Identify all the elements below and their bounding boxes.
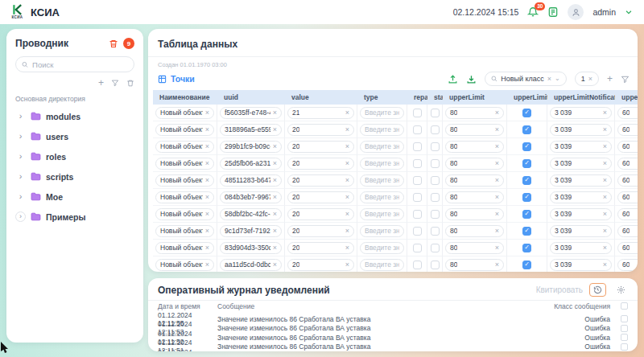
clear-class-filter-icon[interactable]: × (547, 76, 551, 83)
clear-icon[interactable]: × (205, 244, 209, 252)
log-settings-button[interactable] (613, 283, 630, 297)
notification-id-input[interactable]: 3 039× (550, 124, 612, 136)
upper-limit-input[interactable]: 80× (445, 141, 504, 153)
import-button[interactable] (448, 74, 458, 84)
clear-icon[interactable]: × (205, 261, 209, 269)
upper-warning-input[interactable]: 60 (617, 158, 638, 170)
upper-limit-enabled-checkbox[interactable]: ✓ (522, 159, 531, 168)
log-row-checkbox[interactable] (621, 343, 628, 351)
type-input[interactable]: Введите значение (360, 158, 404, 170)
type-input[interactable]: Введите значение (360, 107, 404, 119)
uuid-input[interactable]: 58dbf2bc-42fc-44× (220, 208, 282, 220)
upper-limit-input[interactable]: 80× (445, 208, 504, 220)
repair-checkbox[interactable] (413, 176, 422, 185)
type-input[interactable]: Введите значение (360, 141, 404, 153)
repair-checkbox[interactable] (413, 244, 422, 252)
uuid-input[interactable]: 83d904d3-350c-4× (220, 242, 282, 254)
sidebar-item-users[interactable]: ›users (15, 126, 134, 146)
clear-icon[interactable]: × (345, 244, 349, 252)
clear-icon[interactable]: × (345, 261, 349, 269)
repair-checkbox[interactable] (413, 227, 422, 236)
clear-icon[interactable]: × (273, 143, 277, 150)
state-checkbox[interactable] (431, 109, 440, 117)
state-checkbox[interactable] (431, 159, 440, 168)
name-input[interactable]: Новый объект× (155, 158, 214, 170)
name-input[interactable]: Новый объект× (155, 242, 214, 254)
clear-icon[interactable]: × (273, 109, 277, 117)
upper-limit-input[interactable]: 80× (445, 259, 504, 271)
repair-checkbox[interactable] (413, 125, 422, 134)
clear-icon[interactable]: × (345, 126, 349, 133)
notification-id-input[interactable]: 3 039× (550, 225, 612, 237)
upper-limit-input[interactable]: 80× (445, 124, 504, 136)
history-button[interactable] (589, 283, 606, 297)
state-checkbox[interactable] (431, 193, 440, 202)
value-input[interactable]: 20× (287, 158, 354, 170)
clear-icon[interactable]: × (603, 143, 607, 150)
value-input[interactable]: 20× (287, 141, 354, 153)
tab-points[interactable]: Точки (158, 74, 195, 84)
name-input[interactable]: Новый объект× (155, 259, 214, 271)
upper-limit-enabled-checkbox[interactable]: ✓ (522, 210, 531, 219)
sidebar-item-Примеры[interactable]: ›Примеры (15, 207, 134, 227)
clear-icon[interactable]: × (495, 228, 499, 235)
upper-limit-enabled-checkbox[interactable]: ✓ (522, 125, 531, 134)
name-input[interactable]: Новый объект× (155, 225, 214, 237)
name-input[interactable]: Новый объект× (155, 107, 214, 119)
upper-limit-enabled-checkbox[interactable]: ✓ (522, 109, 531, 117)
value-input[interactable]: 20× (287, 124, 354, 136)
uuid-input[interactable]: 299b1fc9-b09c-40× (220, 141, 282, 153)
clear-icon[interactable]: × (205, 160, 209, 167)
clear-icon[interactable]: × (603, 194, 607, 201)
sidebar-item-Мое[interactable]: ›Мое (15, 187, 134, 207)
clear-icon[interactable]: × (603, 211, 607, 218)
clear-icon[interactable]: × (205, 177, 209, 184)
clear-icon[interactable]: × (603, 126, 607, 133)
upper-limit-input[interactable]: 80× (445, 107, 504, 119)
type-input[interactable]: Введите значение (360, 208, 404, 220)
upper-limit-input[interactable]: 80× (445, 191, 504, 203)
sidebar-item-scripts[interactable]: ›scripts (15, 166, 134, 187)
log-row-checkbox[interactable] (621, 325, 628, 332)
name-input[interactable]: Новый объект× (155, 124, 214, 136)
repair-checkbox[interactable] (413, 261, 422, 269)
sidebar-item-modules[interactable]: ›modules (15, 106, 134, 126)
clear-page-icon[interactable]: × (588, 76, 592, 83)
export-button[interactable] (466, 74, 477, 84)
clear-icon[interactable]: × (495, 211, 499, 218)
filter-tree-button[interactable] (111, 78, 119, 88)
state-checkbox[interactable] (431, 125, 440, 134)
clear-icon[interactable]: × (345, 160, 349, 167)
clear-icon[interactable]: × (273, 211, 277, 218)
clear-icon[interactable]: × (345, 194, 349, 201)
uuid-input[interactable]: 48511283-b647-47× (220, 174, 282, 187)
clear-icon[interactable]: × (273, 261, 277, 269)
upper-limit-input[interactable]: 80× (445, 225, 504, 237)
value-input[interactable]: 20× (287, 225, 354, 237)
name-input[interactable]: Новый объект× (155, 141, 214, 153)
clear-icon[interactable]: × (345, 143, 349, 150)
upper-warning-input[interactable]: 60 (617, 107, 638, 119)
log-row[interactable]: 01.12.2024 12:11:55Значение изменилось 8… (158, 311, 628, 321)
repair-checkbox[interactable] (413, 159, 422, 168)
value-input[interactable]: 20× (287, 259, 354, 271)
repair-checkbox[interactable] (413, 109, 422, 117)
upper-limit-input[interactable]: 80× (445, 158, 504, 170)
value-input[interactable]: 20× (287, 242, 354, 254)
uuid-input[interactable]: 25d5fb06-a231-43× (220, 158, 282, 170)
type-input[interactable]: Введите значение (360, 174, 404, 187)
value-input[interactable]: 20× (287, 174, 354, 187)
upper-warning-input[interactable]: 60 (617, 225, 638, 237)
type-input[interactable]: Введите значение (360, 259, 404, 271)
acknowledge-button[interactable]: Квитировать (536, 285, 583, 294)
add-row-button[interactable]: + (607, 74, 613, 84)
clear-icon[interactable]: × (495, 194, 499, 201)
explorer-search[interactable] (15, 56, 134, 72)
state-checkbox[interactable] (431, 227, 440, 236)
clear-icon[interactable]: × (603, 244, 607, 252)
journal-button[interactable] (547, 6, 559, 18)
state-checkbox[interactable] (431, 244, 440, 252)
notification-id-input[interactable]: 3 039× (550, 242, 612, 254)
clear-icon[interactable]: × (273, 194, 277, 201)
notifications-button[interactable]: 30 (527, 6, 539, 18)
